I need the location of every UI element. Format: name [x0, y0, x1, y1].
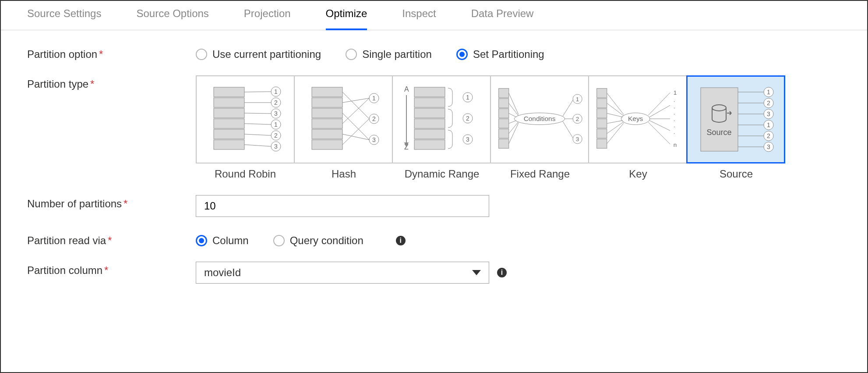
svg-rect-2 [214, 108, 244, 118]
label-partition-type: Partition type* [27, 75, 196, 90]
radio-column[interactable]: Column [196, 234, 249, 247]
label-read-via: Partition read via* [27, 232, 196, 247]
svg-line-104 [649, 105, 670, 117]
input-num-partitions[interactable] [196, 195, 489, 217]
svg-text:·: · [674, 110, 675, 117]
partition-option-group: Use current partitioning Single partitio… [196, 46, 544, 60]
svg-line-38 [342, 113, 369, 140]
svg-text:3: 3 [274, 143, 278, 150]
tab-inspect[interactable]: Inspect [402, 7, 436, 30]
radio-use-current[interactable]: Use current partitioning [196, 48, 321, 60]
card-key[interactable]: Keys 1 ··· ··· n [588, 75, 687, 163]
diagram-fixed-range-icon: Conditions 123 [491, 76, 588, 162]
svg-text:2: 2 [274, 99, 278, 106]
svg-rect-82 [597, 99, 607, 108]
svg-text:1: 1 [576, 96, 579, 103]
svg-text:Conditions: Conditions [524, 115, 556, 122]
svg-rect-84 [597, 119, 607, 128]
svg-text:3: 3 [576, 136, 579, 142]
svg-line-74 [509, 114, 516, 117]
svg-line-99 [607, 114, 623, 117]
svg-rect-60 [499, 109, 509, 118]
card-hash[interactable]: 123 [294, 75, 393, 163]
svg-rect-29 [312, 140, 342, 149]
svg-rect-48 [414, 108, 445, 118]
svg-rect-27 [312, 119, 342, 128]
dropdown-partition-column[interactable]: movieId [196, 262, 489, 284]
card-label-round-robin: Round Robin [196, 168, 295, 180]
svg-rect-83 [597, 109, 607, 118]
radio-icon [456, 49, 468, 60]
svg-rect-28 [312, 129, 342, 139]
svg-text:·: · [674, 104, 675, 111]
svg-rect-81 [597, 89, 607, 98]
tab-projection[interactable]: Projection [244, 7, 291, 30]
tab-source-options[interactable]: Source Options [136, 7, 208, 30]
partition-type-cards: 123 123 [196, 75, 785, 163]
svg-text:1: 1 [767, 121, 770, 128]
svg-text:2: 2 [767, 99, 770, 107]
chevron-down-icon [472, 270, 481, 275]
svg-text:Source: Source [706, 128, 731, 137]
svg-line-77 [509, 123, 519, 144]
svg-rect-5 [214, 140, 244, 149]
svg-line-72 [509, 93, 519, 114]
svg-text:2: 2 [372, 115, 376, 122]
svg-rect-4 [214, 129, 244, 139]
diagram-source-icon: Source 123 123 [688, 77, 784, 162]
svg-line-40 [342, 134, 369, 140]
svg-line-20 [244, 113, 271, 114]
label-num-partitions: Number of partitions* [27, 195, 196, 210]
info-icon[interactable]: i [396, 236, 406, 245]
svg-rect-25 [312, 98, 342, 107]
optimize-panel: Partition option* Use current partitioni… [1, 30, 867, 314]
svg-rect-26 [312, 108, 342, 118]
radio-icon [273, 235, 285, 246]
svg-line-23 [244, 145, 271, 146]
diagram-dynamic-range-icon: A Z [393, 76, 490, 162]
label-partition-column: Partition column* [27, 262, 196, 277]
svg-line-76 [509, 122, 519, 134]
info-icon[interactable]: i [497, 268, 507, 277]
svg-text:·: · [674, 117, 675, 124]
svg-line-101 [607, 122, 624, 134]
diagram-key-icon: Keys 1 ··· ··· n [589, 76, 686, 162]
svg-text:1: 1 [674, 89, 677, 96]
svg-rect-24 [312, 87, 342, 97]
svg-text:3: 3 [466, 136, 469, 143]
svg-text:n: n [674, 142, 677, 148]
diagram-round-robin-icon: 123 123 [197, 76, 294, 162]
card-dynamic-range[interactable]: A Z [392, 75, 491, 163]
radio-set-partitioning[interactable]: Set Partitioning [456, 48, 544, 60]
card-fixed-range[interactable]: Conditions 123 [490, 75, 589, 163]
tab-source-settings[interactable]: Source Settings [27, 7, 101, 30]
svg-text:1: 1 [372, 95, 376, 102]
radio-single-partition[interactable]: Single partition [346, 48, 432, 60]
card-label-hash: Hash [295, 168, 393, 180]
svg-rect-0 [214, 87, 244, 97]
svg-line-100 [607, 121, 623, 124]
tab-optimize[interactable]: Optimize [326, 7, 367, 30]
svg-text:3: 3 [767, 110, 770, 117]
svg-line-75 [509, 121, 516, 124]
svg-text:3: 3 [372, 136, 376, 143]
tabs-bar: Source Settings Source Options Projectio… [1, 1, 867, 30]
svg-line-78 [563, 100, 573, 117]
svg-rect-46 [414, 87, 445, 97]
radio-icon [196, 235, 207, 246]
svg-rect-50 [414, 129, 445, 139]
radio-query-condition[interactable]: Query condition [273, 234, 363, 247]
svg-line-102 [607, 123, 624, 144]
card-label-dynamic-range: Dynamic Range [393, 168, 491, 180]
svg-text:2: 2 [576, 116, 579, 122]
read-via-group: Column Query condition i [196, 232, 406, 247]
card-round-robin[interactable]: 123 123 [196, 75, 295, 163]
svg-text:3: 3 [274, 110, 278, 117]
svg-line-36 [342, 92, 369, 119]
card-source[interactable]: Source 123 123 [686, 75, 785, 163]
radio-icon [346, 49, 357, 60]
tab-data-preview[interactable]: Data Preview [471, 7, 534, 30]
svg-line-103 [648, 92, 670, 115]
svg-rect-59 [499, 99, 509, 108]
svg-rect-51 [414, 140, 445, 149]
